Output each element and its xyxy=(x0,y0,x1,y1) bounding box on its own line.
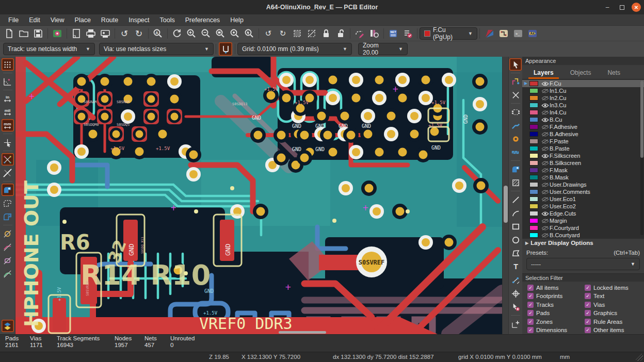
menu-route[interactable]: Route xyxy=(96,17,123,24)
drc-icon[interactable] xyxy=(401,27,414,40)
board-setup-icon[interactable] xyxy=(51,27,64,40)
tab-nets[interactable]: Nets xyxy=(600,67,627,79)
tab-layers[interactable]: Layers xyxy=(526,67,561,79)
graphics-sketch-icon[interactable] xyxy=(2,268,14,280)
filter-dimensions[interactable]: ✓Dimensions xyxy=(527,327,585,334)
visibility-on-icon[interactable] xyxy=(540,103,550,108)
page-settings-icon[interactable] xyxy=(70,27,83,40)
pad-sketch-icon[interactable] xyxy=(2,254,14,267)
layer-row-in3-cu[interactable]: In3.Cu xyxy=(522,102,644,109)
filter-pads[interactable]: ✓Pads xyxy=(527,310,585,317)
filter-locked-items[interactable]: ✓Locked items xyxy=(585,284,642,291)
filter-rule-areas[interactable]: ✓Rule Areas xyxy=(585,318,642,325)
layer-row-b-silkscreen[interactable]: B.Silkscreen xyxy=(522,159,644,167)
visibility-off-icon[interactable] xyxy=(540,89,550,93)
visibility-off-icon[interactable] xyxy=(540,204,550,209)
filter-other-items[interactable]: ✓Other items xyxy=(585,327,642,334)
show-ratsnest-icon[interactable] xyxy=(2,153,14,166)
undo-icon[interactable]: ↺ xyxy=(118,27,131,40)
minimize-icon[interactable]: – xyxy=(603,3,612,12)
layer-row-b-adhesive[interactable]: B.Adhesive xyxy=(522,130,644,138)
net-inspector-icon[interactable]: NET xyxy=(387,27,400,40)
origin-target-icon[interactable] xyxy=(509,287,522,300)
layer-row-b-courtyard[interactable]: B.Courtyard xyxy=(522,232,644,238)
layers-manager-icon[interactable] xyxy=(2,320,14,332)
checkbox-checked-icon[interactable]: ✓ xyxy=(585,310,591,316)
layer-color-swatch[interactable] xyxy=(529,211,538,216)
zoom-in-icon[interactable] xyxy=(185,27,198,40)
checkbox-checked-icon[interactable]: ✓ xyxy=(585,319,591,325)
layer-row-b-cu[interactable]: B.Cu xyxy=(522,116,644,123)
checkbox-checked-icon[interactable]: ✓ xyxy=(585,327,591,333)
rule-area-icon[interactable] xyxy=(509,176,522,189)
filter-zones[interactable]: ✓Zones xyxy=(527,318,585,325)
layer-color-swatch[interactable] xyxy=(529,88,538,93)
layer-row-f-courtyard[interactable]: F.Courtyard xyxy=(522,224,644,232)
checkbox-checked-icon[interactable]: ✓ xyxy=(527,293,534,299)
checkbox-checked-icon[interactable]: ✓ xyxy=(527,319,534,325)
layer-row-b-mask[interactable]: B.Mask xyxy=(522,174,644,181)
layer-color-swatch[interactable] xyxy=(529,117,538,122)
layer-color-swatch[interactable] xyxy=(529,95,538,101)
layer-color-swatch[interactable] xyxy=(529,160,538,166)
layer-color-swatch[interactable] xyxy=(529,131,538,137)
layer-row-f-paste[interactable]: F.Paste xyxy=(522,138,644,145)
flip-board-icon[interactable] xyxy=(482,27,496,40)
layer-color-swatch[interactable] xyxy=(529,81,538,86)
find-icon[interactable]: A xyxy=(151,27,165,40)
draw-dimension-icon[interactable] xyxy=(509,274,522,286)
group-icon[interactable] xyxy=(291,27,304,40)
menu-tools[interactable]: Tools xyxy=(155,17,180,24)
filter-vias[interactable]: ✓Vias xyxy=(585,301,642,308)
layer-row-margin[interactable]: Margin xyxy=(522,217,644,224)
visibility-off-icon[interactable] xyxy=(540,125,550,129)
zone-fracture-icon[interactable] xyxy=(2,210,14,223)
units-mils-icon[interactable]: mil xyxy=(2,106,14,118)
scripting-console-icon[interactable]: >_ xyxy=(511,27,525,40)
layer-color-swatch[interactable] xyxy=(529,225,538,231)
layer-color-swatch[interactable] xyxy=(529,204,538,209)
layer-row-in2-cu[interactable]: In2.Cu xyxy=(522,94,644,102)
tab-objects[interactable]: Objects xyxy=(563,67,599,79)
highlight-net-icon[interactable] xyxy=(509,75,522,88)
update-pcb-icon[interactable] xyxy=(497,27,510,40)
visibility-off-icon[interactable] xyxy=(540,110,550,115)
menu-file[interactable]: File xyxy=(3,17,24,24)
visibility-on-icon[interactable] xyxy=(540,118,550,122)
save-icon[interactable] xyxy=(31,27,45,40)
menu-help[interactable]: Help xyxy=(225,17,249,24)
vertical-scrollbar[interactable] xyxy=(502,57,508,334)
visibility-on-icon[interactable] xyxy=(540,211,550,216)
rotate-ccw-icon[interactable]: ↺ xyxy=(262,27,275,40)
layer-color-swatch[interactable] xyxy=(529,110,538,115)
layer-color-swatch[interactable] xyxy=(529,103,538,108)
checkbox-checked-icon[interactable]: ✓ xyxy=(585,302,591,308)
footprint-library-icon[interactable] xyxy=(367,27,381,40)
draw-rect-icon[interactable] xyxy=(509,220,522,233)
pcb-canvas[interactable]: R14 R10R632VREF0 DDR3HPHONE OUTS0SVREFGN… xyxy=(15,57,502,334)
zoom-out-icon[interactable] xyxy=(199,27,213,40)
checkbox-checked-icon[interactable]: ✓ xyxy=(527,302,534,308)
visibility-off-icon[interactable] xyxy=(540,161,550,166)
new-file-icon[interactable] xyxy=(3,27,16,40)
track-width-select[interactable]: Track: use netclass width▼ xyxy=(3,43,95,55)
checkbox-checked-icon[interactable]: ✓ xyxy=(527,285,534,291)
route-tracks-icon[interactable] xyxy=(509,119,522,131)
layer-color-swatch[interactable] xyxy=(529,175,538,180)
ungroup-icon[interactable] xyxy=(305,27,318,40)
toggle-grid-icon[interactable] xyxy=(2,58,14,71)
zone-edit-icon[interactable] xyxy=(353,27,366,40)
menu-view[interactable]: View xyxy=(45,17,70,24)
visibility-off-icon[interactable] xyxy=(540,233,550,238)
menu-edit[interactable]: Edit xyxy=(24,17,45,24)
print-icon[interactable] xyxy=(84,27,98,40)
visibility-off-icon[interactable] xyxy=(540,139,550,144)
via-size-select[interactable]: Via: use netclass sizes▼ xyxy=(99,43,214,55)
track-sketch-icon[interactable] xyxy=(2,241,14,253)
visibility-on-icon[interactable] xyxy=(540,154,550,158)
menu-place[interactable]: Place xyxy=(70,17,96,24)
units-inches-icon[interactable]: in xyxy=(2,92,14,105)
layer-row-user-eco2[interactable]: User.Eco2 xyxy=(522,203,644,210)
text-variables-icon[interactable]: Aa xyxy=(526,27,539,40)
zoom-select[interactable]: Zoom 20.00▼ xyxy=(358,43,408,55)
